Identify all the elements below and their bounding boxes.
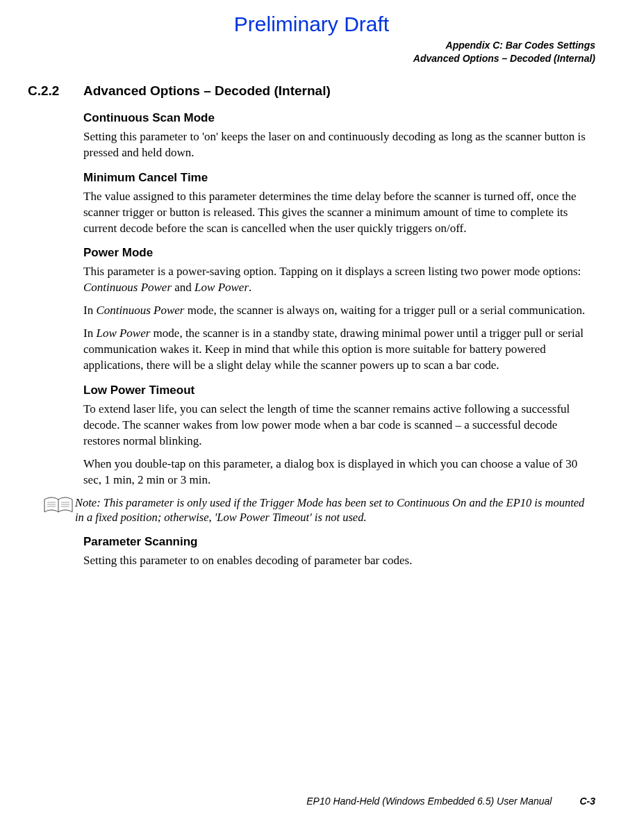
preliminary-draft-banner: Preliminary Draft [28,13,595,36]
text-fragment: mode, the scanner is always on, waiting … [184,304,585,317]
subheading-low-power-timeout: Low Power Timeout [83,384,595,397]
text-fragment: This parameter is a power-saving option.… [83,265,581,278]
text-fragment: In [83,304,96,317]
italic-low-power: Low Power [96,327,150,340]
italic-low-power: Low Power [195,281,249,294]
subheading-continuous-scan: Continuous Scan Mode [83,111,595,125]
content-column: Continuous Scan Mode Setting this parame… [83,111,595,569]
body-power-mode-p3: In Low Power mode, the scanner is in a s… [83,326,595,374]
header-appendix-line: Appendix C: Bar Codes Settings [28,39,595,52]
note-block: Note: This parameter is only used if the… [42,495,595,525]
section-heading-row: C.2.2 Advanced Options – Decoded (Intern… [28,83,595,99]
section-number: C.2.2 [28,83,83,99]
page: Preliminary Draft Appendix C: Bar Codes … [0,0,637,840]
italic-continuous-power: Continuous Power [83,281,172,294]
running-header: Appendix C: Bar Codes Settings Advanced … [28,39,595,65]
body-parameter-scanning: Setting this parameter to on enables dec… [83,553,595,569]
body-power-mode-p2: In Continuous Power mode, the scanner is… [83,303,595,319]
text-fragment: . [249,281,251,294]
body-low-power-timeout-p2: When you double-tap on this parameter, a… [83,456,595,488]
open-book-icon [42,495,75,516]
italic-continuous-power: Continuous Power [96,304,184,317]
body-low-power-timeout-p1: To extend laser life, you can select the… [83,402,595,450]
body-continuous-scan: Setting this parameter to 'on' keeps the… [83,129,595,161]
note-label: Note: [75,496,104,509]
note-text: Note: This parameter is only used if the… [75,495,595,525]
section-title: Advanced Options – Decoded (Internal) [83,83,331,99]
text-fragment: mode, the scanner is in a standby state,… [83,327,584,372]
header-section-line: Advanced Options – Decoded (Internal) [28,52,595,65]
body-power-mode-p1: This parameter is a power-saving option.… [83,264,595,296]
footer-manual-name: EP10 Hand-Held (Windows Embedded 6.5) Us… [306,796,552,807]
subheading-parameter-scanning: Parameter Scanning [83,535,595,549]
note-body: This parameter is only used if the Trigg… [75,496,584,524]
text-fragment: In [83,327,96,340]
subheading-power-mode: Power Mode [83,246,595,260]
text-fragment: and [172,281,195,294]
page-footer: EP10 Hand-Held (Windows Embedded 6.5) Us… [28,796,595,807]
subheading-min-cancel: Minimum Cancel Time [83,171,595,185]
footer-page-number: C-3 [579,796,595,807]
body-min-cancel: The value assigned to this parameter det… [83,189,595,237]
